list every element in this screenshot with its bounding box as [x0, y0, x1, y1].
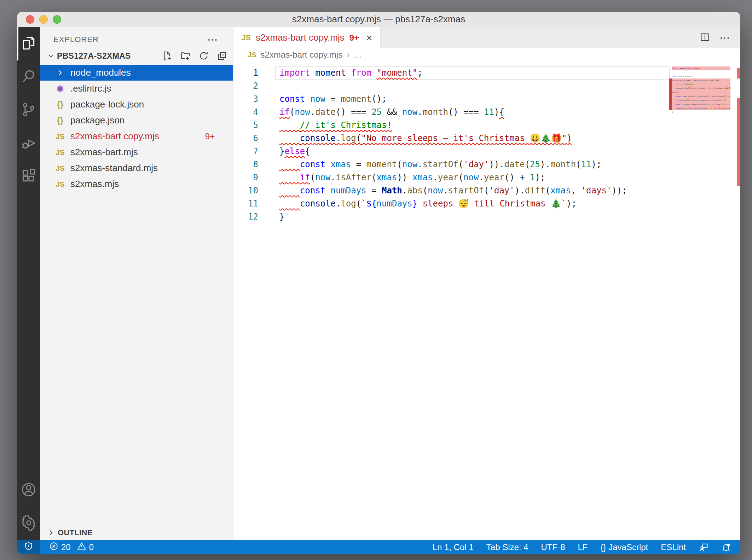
activity-settings[interactable]: [17, 507, 40, 540]
code-token: month: [550, 159, 576, 169]
line-content: }: [275, 210, 670, 223]
code-line-12[interactable]: 12}: [233, 210, 670, 223]
code-token: (: [545, 186, 550, 196]
code-token: (: [576, 159, 581, 169]
line-content: // it's Christmas!: [275, 119, 670, 132]
file-row-package-lock-json[interactable]: {}package-lock.json: [40, 97, 233, 112]
code-editor[interactable]: 1import moment from "moment";23const now…: [233, 62, 740, 540]
code-token: &&: [382, 107, 402, 117]
split-editor-icon[interactable]: [700, 32, 710, 44]
code-token: now: [675, 79, 678, 81]
eslint-file-icon: [54, 84, 66, 93]
activity-explorer[interactable]: [17, 27, 40, 60]
sidebar-empty-space: [40, 192, 233, 525]
line-content: }else{: [275, 145, 670, 158]
notifications-bell-icon[interactable]: [721, 542, 731, 552]
collapse-all-icon[interactable]: [217, 51, 227, 61]
vscode-window: s2xmas-bart copy.mjs — pbs127a-s2xmas: [17, 12, 740, 554]
file-row-package-json[interactable]: {}package.json: [40, 112, 233, 128]
cursor-position[interactable]: Ln 1, Col 1: [433, 542, 474, 552]
problems-status[interactable]: 20 0: [49, 542, 94, 553]
code-token: from: [687, 67, 691, 69]
code-token: =: [351, 159, 366, 169]
remote-indicator[interactable]: [17, 540, 40, 554]
code-token: xmas: [412, 173, 433, 182]
code-token: 'days': [581, 186, 612, 196]
eol-indicator[interactable]: LF: [578, 542, 588, 552]
activity-source-control[interactable]: [17, 94, 40, 127]
code-token: if: [300, 173, 310, 182]
feedback-icon[interactable]: [699, 542, 708, 552]
code-token: 'day': [463, 159, 489, 169]
explorer-section-header[interactable]: PBS127A-S2XMAS: [40, 47, 233, 65]
chevron-down-icon: [46, 51, 56, 60]
tab-close-icon[interactable]: ×: [366, 32, 372, 44]
code-token: (: [458, 173, 463, 182]
activity-extensions[interactable]: [17, 160, 40, 193]
eslint-status[interactable]: ESLint: [661, 542, 686, 552]
indent-guide: [279, 80, 279, 210]
code-line-9[interactable]: 9 if(now.isAfter(xmas)) xmas.year(now.ye…: [233, 171, 670, 184]
code-token: [279, 186, 300, 196]
file-row-node-modules[interactable]: node_modules: [40, 65, 233, 81]
new-file-icon[interactable]: [162, 51, 172, 61]
file-row-s2xmas-bart-copy-mjs[interactable]: JSs2xmas-bart copy.mjs9+: [40, 128, 233, 144]
code-line-3[interactable]: 3const now = moment();: [233, 93, 670, 106]
refresh-icon[interactable]: [198, 51, 209, 61]
minimap-line-4: if(now.date() === 25 && now.month() === …: [672, 78, 730, 82]
tab-s2xmas-bart-copy[interactable]: JS s2xmas-bart copy.mjs 9+ ×: [233, 27, 381, 48]
js-file-icon: JS: [241, 33, 251, 42]
encoding-indicator[interactable]: UTF-8: [541, 542, 565, 552]
code-line-11[interactable]: 11 console.log(`${numDays} sleeps 😴 till…: [233, 197, 670, 210]
file-row-s2xmas-bart-mjs[interactable]: JSs2xmas-bart.mjs: [40, 144, 233, 160]
code-line-6[interactable]: 6 console.log("No more sleeps — it's Chr…: [233, 132, 670, 145]
code-line-7[interactable]: 7}else{: [233, 145, 670, 158]
activity-search[interactable]: [17, 60, 40, 94]
code-token: const: [279, 94, 305, 104]
line-number: 7: [233, 145, 258, 158]
activity-account[interactable]: [17, 474, 40, 507]
code-line-1[interactable]: 1import moment from "moment";: [233, 66, 670, 80]
code-line-10[interactable]: 10 const numDays = Math.abs(now.startOf(…: [233, 184, 670, 197]
code-token: date: [719, 95, 723, 97]
activity-run-debug[interactable]: [17, 127, 40, 160]
file-row-s2xmas-standard-mjs[interactable]: JSs2xmas-standard.mjs: [40, 160, 233, 176]
code-token: [371, 68, 376, 78]
file-label: s2xmas.mjs: [70, 179, 119, 189]
language-indicator[interactable]: {} JavaScript: [601, 542, 648, 552]
workspace-name: PBS127A-S2XMAS: [57, 51, 131, 61]
js-file-icon: JS: [54, 164, 66, 173]
line-number: 2: [233, 80, 258, 93]
code-token: (: [458, 159, 463, 169]
code-token: date: [504, 159, 525, 169]
line-number: 3: [233, 93, 258, 106]
code-line-2[interactable]: 2: [233, 80, 670, 93]
run-debug-icon: [21, 135, 36, 152]
code-token: ${: [366, 199, 377, 209]
code-token: )).: [489, 159, 504, 169]
code-token: startOf: [707, 103, 715, 105]
minimap[interactable]: import moment from "moment";const now = …: [672, 66, 730, 115]
code-token: 11: [484, 107, 494, 117]
editor-more-actions-icon[interactable]: ⋯: [719, 36, 731, 40]
explorer-more-actions-button[interactable]: ⋯: [207, 37, 219, 42]
new-folder-icon[interactable]: [180, 51, 191, 61]
extensions-icon: [21, 168, 36, 185]
code-token: Math: [382, 186, 402, 196]
breadcrumb[interactable]: JS s2xmas-bart copy.mjs › …: [233, 48, 740, 62]
file-row--eslintrc-js[interactable]: .eslintrc.js: [40, 81, 233, 97]
minimap-line-12: }: [672, 110, 730, 114]
code-token: [672, 107, 676, 109]
outline-section-header[interactable]: OUTLINE: [40, 525, 233, 540]
code-line-8[interactable]: 8 const xmas = moment(now.startOf('day')…: [233, 158, 670, 171]
code-token: log: [685, 107, 688, 109]
code-token: );: [566, 199, 577, 209]
file-row-s2xmas-mjs[interactable]: JSs2xmas.mjs: [40, 176, 233, 192]
code-line-4[interactable]: 4if(now.date() === 25 && now.month() ===…: [233, 106, 670, 119]
code-token: =: [687, 95, 690, 97]
file-label: node_modules: [70, 67, 131, 78]
code-token: {: [499, 107, 504, 117]
code-line-5[interactable]: 5 // it's Christmas!: [233, 119, 670, 132]
tab-size-indicator[interactable]: Tab Size: 4: [486, 542, 528, 552]
code-token: }: [279, 212, 284, 222]
